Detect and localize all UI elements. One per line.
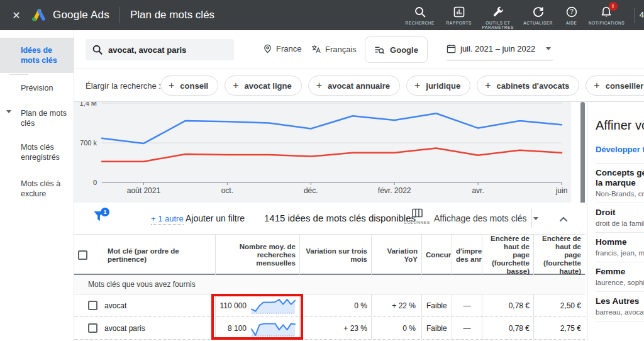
header-keyword[interactable]: Mot clé (par ordre de pertinence): [104, 235, 215, 276]
ad-impression-share-cell: —: [452, 317, 482, 339]
account-id-partial: 4: [640, 10, 644, 20]
results-count: 1415 idées de mots clés disponibles: [264, 213, 416, 223]
row-checkbox[interactable]: [88, 301, 97, 310]
refine-section-femme[interactable]: Femme laurence, sophie,: [596, 262, 644, 291]
add-filter-button[interactable]: Ajouter un filtre: [186, 213, 245, 223]
bid-low-cell: 0,78 €: [482, 317, 533, 339]
search-header-band: France Français Google: [74, 30, 644, 102]
google-ads-logo: [30, 8, 47, 23]
topbar-divider: [634, 8, 635, 23]
sidebar-item-plan-de-mots-cles[interactable]: Plan de mots clés: [0, 103, 74, 134]
help-icon: ?: [565, 5, 579, 19]
competition-cell: Faible: [421, 294, 452, 316]
collapse-panel-button[interactable]: [556, 213, 571, 225]
refine-sections: Concepts gén la marque Non-Brands, cms D…: [596, 163, 644, 341]
search-network-icon: [374, 45, 385, 55]
search-row: France Français Google: [74, 30, 644, 69]
refine-section-brand-concepts[interactable]: Concepts gén la marque Non-Brands, cms: [596, 163, 644, 203]
svg-text:août 2021: août 2021: [127, 186, 161, 195]
translate-icon: [311, 44, 321, 54]
header-yoy-change[interactable]: Variation YoY: [371, 235, 421, 276]
row-checkbox[interactable]: [88, 323, 97, 333]
plus-icon: +: [485, 80, 491, 91]
bid-low-cell: 0,78 €: [482, 294, 533, 316]
yoy-change-cell: 0 %: [371, 317, 421, 339]
sidebar-nav: Idées de mots clés Prévision Plan de mot…: [0, 30, 74, 341]
chip-conseil[interactable]: +conseil: [160, 75, 218, 96]
header-ad-impression-share[interactable]: d'impre des anr: [452, 235, 482, 276]
header-avg-monthly-searches[interactable]: Nombre moy. de recherches mensuelles: [215, 235, 299, 276]
keyword-search-box[interactable]: [86, 39, 234, 60]
reports-button[interactable]: RAPPORTS: [440, 5, 478, 26]
refine-panel-title: Affiner vo: [596, 118, 644, 133]
keyword-search-input[interactable]: [108, 45, 221, 55]
date-range-selector[interactable]: juil. 2021 – juin 2022: [447, 42, 553, 60]
chip-avocat-annuaire[interactable]: +avocat annuaire: [308, 75, 400, 96]
sidebar-item-prevision[interactable]: Prévision: [0, 77, 74, 99]
filter-count-badge: 1: [101, 208, 109, 216]
chip-cabinets-avocats[interactable]: +cabinets d'avocats: [477, 75, 579, 96]
reports-icon: [452, 5, 466, 19]
search-action-button[interactable]: RECHERCHE: [400, 5, 440, 26]
svg-text:déc.: déc.: [304, 186, 318, 195]
filter-funnel-icon[interactable]: 1: [93, 211, 106, 222]
topbar-actions: RECHERCHE RAPPORTS OUTILS ET PARAMÈTRES: [400, 1, 644, 30]
sidebar-divider: [9, 74, 28, 75]
header-three-month-change[interactable]: Variation sur trois mois: [299, 235, 371, 276]
search-volume-trend-chart: 0700 k1,4 Maoût 2021oct.déc.févr. 2022av…: [74, 102, 571, 203]
plus-icon: +: [594, 80, 599, 91]
chip-conseiller-juridique[interactable]: +conseiller juridique: [586, 75, 644, 96]
competition-cell: Faible: [421, 317, 452, 339]
keyword-cell: avocat: [104, 294, 215, 316]
table-row-avocat-paris[interactable]: avocat paris 8 100 + 23 % 0 % Faible — 0…: [74, 317, 585, 340]
avg-searches-cell: 110 000: [215, 294, 299, 316]
tools-settings-button[interactable]: OUTILS ET PARAMÈTRES: [478, 5, 518, 30]
language-selector[interactable]: Français: [311, 44, 357, 54]
chip-juridique[interactable]: +juridique: [406, 75, 470, 96]
close-icon[interactable]: ✕: [8, 6, 25, 24]
table-row-avocat[interactable]: avocat 110 000 0 % + 22 % Faible — 0,78 …: [74, 294, 585, 317]
refine-section-les-autres[interactable]: Les Autres barreau, avocat e: [596, 291, 644, 321]
bid-high-cell: 2,50 €: [533, 294, 585, 316]
keywords-table: Mot clé (par ordre de pertinence) Nombre…: [74, 235, 585, 340]
refine-section-empty: [596, 321, 644, 341]
notifications-button[interactable]: ! NOTIFICATIONS: [585, 5, 628, 26]
header-competition[interactable]: Concur: [421, 235, 452, 276]
svg-text:0: 0: [93, 179, 97, 186]
header-top-of-page-bid-low[interactable]: Enchère de haut de page (fourchette bass…: [482, 235, 533, 276]
expand-all-link[interactable]: Développer tou: [596, 145, 644, 154]
sidebar-item-mots-cles-a-exclure[interactable]: Mots clés à exclure: [0, 173, 74, 204]
filter-bar: 1 + 1 autre Ajouter un filtre 1415 idées…: [74, 203, 585, 235]
svg-text:700 k: 700 k: [80, 139, 97, 147]
refine-keywords-panel: Affiner vo Développer tou Concepts gén l…: [587, 102, 644, 341]
sparkline-chart: [250, 298, 296, 314]
header-top-of-page-bid-high[interactable]: Enchère de haut de page (fourchette haut…: [533, 235, 585, 276]
chip-avocat-ligne[interactable]: +avocat ligne: [225, 75, 301, 96]
calendar-icon: [447, 44, 456, 53]
sidebar-item-idees-de-mots-cles[interactable]: Idées de mots clés: [0, 38, 74, 73]
svg-text:?: ?: [570, 8, 574, 15]
help-button[interactable]: ? AIDE: [558, 5, 585, 26]
svg-text:févr. 2022: févr. 2022: [378, 186, 411, 195]
refine-section-droit[interactable]: Droit droit de la famille: [596, 203, 644, 232]
plus-icon: +: [316, 80, 322, 91]
refresh-button[interactable]: ACTUALISER: [518, 5, 558, 26]
topbar-divider: [119, 7, 120, 23]
expand-search-row: Élargir la recherche : +conseil +avocat …: [74, 69, 644, 102]
select-all-checkbox[interactable]: [78, 250, 87, 260]
more-filters-link[interactable]: + 1 autre: [151, 214, 184, 225]
search-icon: [413, 5, 427, 19]
trend-chart-svg: 0700 k1,4 Maoût 2021oct.déc.févr. 2022av…: [74, 102, 571, 203]
columns-button[interactable]: COLONNES: [398, 208, 436, 225]
location-pin-icon: [263, 44, 272, 53]
notification-badge: !: [609, 2, 618, 11]
network-selector[interactable]: Google: [365, 36, 428, 63]
keyword-view-selector[interactable]: Affichage des mots clés: [434, 213, 538, 223]
keyword-cell: avocat paris: [104, 317, 215, 339]
sidebar-item-mots-cles-enregistres[interactable]: Mots clés enregistrés: [0, 137, 74, 168]
plus-icon: +: [169, 80, 174, 91]
refine-section-homme[interactable]: Homme francis, jean, mar: [596, 232, 644, 262]
location-selector[interactable]: France: [263, 44, 301, 53]
sparkline-chart: [250, 320, 296, 337]
svg-text:avr.: avr.: [472, 186, 484, 195]
